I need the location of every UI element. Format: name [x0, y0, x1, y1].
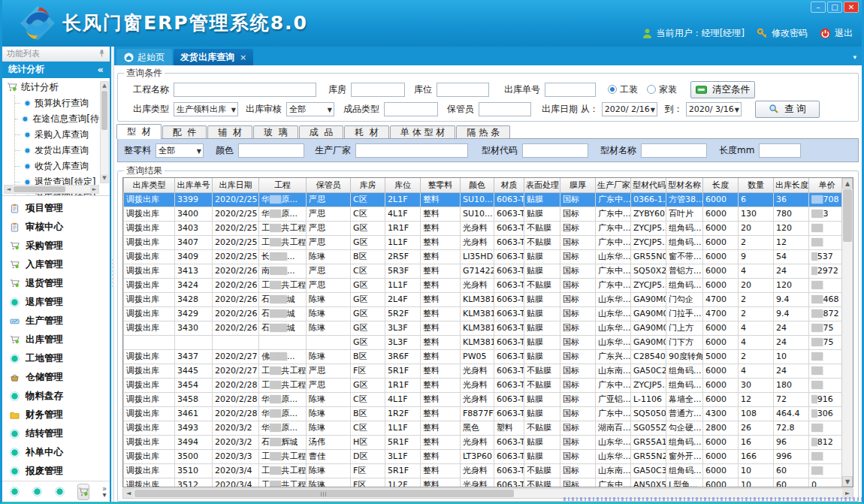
search-button[interactable]: 查 询 — [755, 101, 820, 118]
column-header[interactable]: 出库类型 — [124, 178, 175, 192]
column-header[interactable]: 保管员 — [307, 178, 351, 192]
warehouse-input[interactable] — [351, 83, 405, 97]
sidebar-menu-item[interactable]: 审核中心 — [2, 218, 110, 237]
material-tab[interactable]: 单 体 型 材 — [390, 125, 455, 139]
table-row[interactable]: 调拨出库34002020/2/25华▒▒原...严思C区4L1F整料SU10..… — [124, 207, 842, 221]
circle-icon[interactable] — [10, 487, 20, 496]
collapse-icon[interactable]: « — [98, 64, 104, 75]
tree-item[interactable]: 采购入库查询 — [15, 127, 99, 143]
date-from-picker[interactable]: 2020/ 2/16▼ — [602, 102, 657, 116]
sidebar-menu-item[interactable]: 项目管理 — [2, 199, 110, 218]
tab-close-icon[interactable]: × — [240, 53, 246, 62]
scroll-thumb[interactable] — [843, 189, 852, 242]
sidebar-menu-item[interactable]: 结转管理 — [2, 424, 110, 443]
location-input[interactable] — [437, 83, 489, 97]
column-header[interactable]: 出库长度 — [774, 178, 809, 192]
sidebar-menu-item[interactable]: 补单中心 — [2, 443, 110, 462]
table-row[interactable]: G区3L3F整料KLM38176063-T5贴膜国标山东华...GA90M09.… — [124, 335, 842, 349]
scroll-left-icon[interactable]: ◄ — [5, 186, 13, 193]
table-row[interactable]: 调拨出库35102020/3/4工▒▒共工程陈琳F区5R1F整料光身料6063-… — [124, 463, 842, 478]
outbound-type-select[interactable]: 生产领料出库▼ — [174, 102, 238, 116]
home-wear-radio[interactable] — [647, 85, 656, 94]
circle-icon[interactable] — [55, 487, 65, 496]
work-wear-radio[interactable] — [608, 85, 617, 94]
tab-home[interactable]: 起始页 — [116, 49, 172, 65]
column-header[interactable]: 整零料 — [421, 178, 461, 192]
change-password-link[interactable]: 修改密码 — [757, 27, 808, 40]
sidebar-menu-item[interactable]: 工地管理 — [2, 349, 110, 368]
table-row[interactable]: 调拨出库34292020/2/26石▒▒▒城陈琳G区5R2F整料KLM38176… — [124, 306, 842, 321]
scroll-down-icon[interactable]: ▼ — [101, 174, 108, 183]
table-row[interactable]: 调拨出库35002020/3/3工▒▒共工程曹佳D区3L1F整料LT3P6060… — [124, 449, 842, 463]
table-row[interactable]: 调拨出库33992020/2/25华▒▒原...严思C区2L1F整料SU10..… — [124, 192, 842, 207]
material-tab[interactable]: 型 材 — [116, 124, 162, 139]
column-header[interactable]: 表面处理 — [524, 178, 560, 192]
table-row[interactable]: 调拨出库34582020/2/28华▒▒原...陈琳C区4L1F整料光身料606… — [124, 392, 842, 406]
scroll-right-icon[interactable]: ► — [90, 186, 98, 193]
column-header[interactable]: 单价 — [809, 178, 842, 192]
material-tab[interactable]: 玻 璃 — [253, 125, 298, 139]
order-no-input[interactable] — [545, 83, 596, 97]
profile-name-input[interactable] — [641, 143, 707, 158]
scroll-down-icon[interactable]: ▼ — [842, 476, 853, 487]
column-header[interactable]: 型材代码 — [631, 178, 666, 192]
column-header[interactable]: 出库日期 — [213, 178, 259, 192]
sidebar-menu-item[interactable]: 仓储管理 — [2, 368, 110, 387]
stats-group-header[interactable]: 统计分析 « — [2, 62, 110, 78]
table-row[interactable]: 调拨出库35122020/3/4工▒▒共工程陈琳F区1L2F整料光身料6063-… — [124, 478, 842, 487]
tab-overflow-icon[interactable]: ▾ — [853, 53, 862, 61]
scroll-up-icon[interactable]: ▲ — [101, 82, 108, 90]
column-header[interactable]: 材质 — [494, 178, 524, 192]
profile-code-input[interactable] — [522, 143, 588, 158]
material-tab[interactable]: 隔 热 条 — [456, 125, 510, 139]
table-row[interactable]: 调拨出库34242020/2/26工▒▒共工程严思G区1L1F整料光身料6063… — [124, 278, 842, 292]
cart-button[interactable] — [77, 484, 89, 500]
pin-icon[interactable] — [98, 49, 105, 58]
scroll-thumb[interactable] — [134, 490, 514, 497]
tree-horizontal-scrollbar[interactable]: ◄ ► — [4, 185, 99, 194]
column-header[interactable]: 颜色 — [461, 178, 494, 192]
table-row[interactable]: 调拨出库34032020/2/25工▒▒共工程严思G区1R1F整料光身料6063… — [124, 221, 842, 235]
table-row[interactable]: 调拨出库34612020/2/28华▒▒原...陈琳B区1R2F整料F8877F… — [124, 406, 842, 421]
color-input[interactable] — [238, 143, 304, 158]
table-row[interactable]: 调拨出库34072020/2/25工▒▒共工程严思G区1L1F整料光身料6063… — [124, 235, 842, 249]
sidebar-menu-item[interactable]: 财务管理 — [2, 406, 110, 424]
material-tab[interactable]: 成 品 — [299, 125, 344, 139]
tree-vertical-scrollbar[interactable]: ▲ ▼ — [100, 81, 109, 183]
column-header[interactable]: 长度 — [703, 178, 739, 192]
keeper-input[interactable] — [479, 102, 531, 116]
scroll-thumb[interactable] — [101, 91, 107, 130]
table-vertical-scrollbar[interactable]: ▲ ▼ — [841, 178, 853, 487]
material-tab[interactable]: 辅 材 — [207, 125, 252, 139]
scroll-left-icon[interactable]: ◄ — [123, 489, 134, 498]
clear-conditions-button[interactable]: 清空条件 — [690, 81, 755, 98]
table-row[interactable]: 调拨出库34542020/2/28工▒▒共工程严思G区1R1F整料光身料6063… — [124, 378, 842, 392]
length-input[interactable] — [759, 143, 801, 158]
column-header[interactable]: 数量 — [739, 178, 774, 192]
column-header[interactable]: 型材名称 — [666, 178, 703, 192]
sidebar-menu-item[interactable]: 退货管理 — [2, 274, 110, 293]
scroll-up-icon[interactable]: ▲ — [842, 178, 853, 189]
tab-shipment-query[interactable]: 发货出库查询 × — [174, 49, 253, 65]
maximize-button[interactable]: □ — [827, 2, 842, 13]
sidebar-menu-item[interactable]: 退库管理 — [2, 293, 110, 312]
circle-icon[interactable] — [32, 487, 42, 496]
audit-select[interactable]: 全部▼ — [286, 102, 334, 116]
scroll-thumb[interactable] — [14, 186, 65, 192]
tree-item[interactable]: 在途信息查询[待 — [15, 111, 99, 127]
table-row[interactable]: 调拨出库34092020/2/25长▒▒▒...陈琳B区2R5F整料LI35HD… — [124, 249, 842, 264]
table-row[interactable]: 调拨出库34942020/3/2石▒▒辉城汤伟H区5R1F整料光身料6063-T… — [124, 435, 842, 449]
close-button[interactable]: ✕ — [844, 2, 859, 13]
table-row[interactable]: 调拨出库34372020/2/27佛▒▒▒...陈琳B区3R6F整料PW0560… — [124, 349, 842, 364]
column-header[interactable]: 库位 — [385, 178, 421, 192]
table-row[interactable]: 调拨出库34282020/2/26石▒▒▒城陈琳G区2L4F整料KLM38176… — [124, 292, 842, 306]
sidebar-menu-item[interactable]: 入库管理 — [2, 255, 110, 274]
logout-link[interactable]: 退出 — [820, 27, 853, 40]
sidebar-overflow-button[interactable]: » ▾ — [102, 486, 107, 498]
factory-input[interactable] — [355, 143, 468, 158]
project-name-input[interactable] — [174, 83, 316, 97]
column-header[interactable]: 膜厚 — [560, 178, 596, 192]
table-row[interactable]: 调拨出库34302020/2/26石▒▒▒城陈琳G区3L3F整料KLM38176… — [124, 321, 842, 335]
sidebar-menu-item[interactable]: 出库管理 — [2, 330, 110, 349]
sidebar-menu-item[interactable]: 物料盘存 — [2, 387, 110, 406]
